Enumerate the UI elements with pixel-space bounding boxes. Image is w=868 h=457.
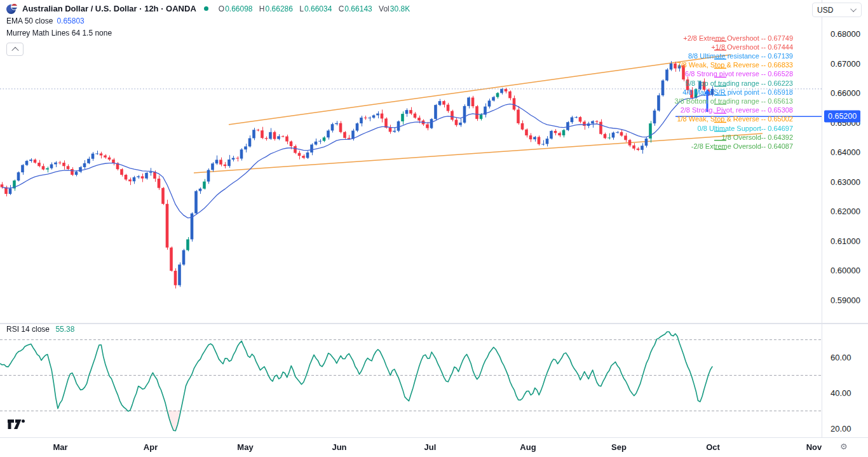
rsi-legend-value: 55.38 <box>55 325 74 334</box>
month-tick-label: Jul <box>424 442 437 452</box>
rsi-tick-label: 40.00 <box>831 388 851 398</box>
high-label: H <box>259 4 265 13</box>
rsi-legend-label: RSI 14 close <box>6 325 50 334</box>
murrey-level-label: 3/8 Bottom of trading range -- 0.65613 <box>674 97 793 105</box>
murrey-level-label: 1/8 Oversold-- 0.64392 <box>721 133 793 141</box>
volume-value: 30.8K <box>390 4 410 13</box>
murrey-level-label: 7/8 Weak, Stop & Reverse -- 0.66833 <box>677 61 793 69</box>
chevron-down-icon <box>850 6 857 12</box>
rsi-tick-label: 20.00 <box>831 424 851 433</box>
market-status-dot[interactable] <box>204 6 208 11</box>
murrey-legend-row[interactable]: Murrey Math Lines 64 1.5 none <box>6 27 410 39</box>
price-tick-label: 0.60000 <box>831 266 860 275</box>
close-value: 0.66143 <box>344 4 372 13</box>
price-tick-label: 0.68000 <box>831 29 860 39</box>
price-tick-label: 0.64000 <box>831 147 860 157</box>
murrey-level-label: +1/8 Overshoot -- 0.67444 <box>711 43 793 51</box>
volume-label: Vol <box>379 4 390 13</box>
collapse-legend-button[interactable] <box>6 43 24 56</box>
low-value: 0.66034 <box>304 4 332 13</box>
ema-legend-label: EMA 50 close <box>6 17 53 25</box>
month-tick-label: Aug <box>520 442 536 452</box>
murrey-level-label: +2/8 Extreme Overshoot -- 0.67749 <box>683 34 793 42</box>
month-tick-label: Jun <box>332 442 346 452</box>
low-label: L <box>299 4 304 13</box>
month-tick-label: May <box>237 442 253 452</box>
price-tick-label: 0.59000 <box>831 295 860 304</box>
currency-dropdown-value: USD <box>817 6 833 15</box>
time-axis[interactable]: MarAprMayJunJulAugSepOctNov <box>0 437 868 457</box>
open-label: O <box>219 4 224 13</box>
symbol-title: Australian Dollar / U.S. Dollar · 12h · … <box>22 4 196 13</box>
price-tick-label: 0.62000 <box>831 207 860 216</box>
pair-icon <box>6 3 18 15</box>
month-tick-label: Apr <box>144 442 158 452</box>
ema-legend-row[interactable]: EMA 50 close 0.65803 <box>6 15 410 27</box>
month-tick-label: Mar <box>53 442 67 452</box>
price-line-badge: 0.65200 <box>824 111 860 123</box>
currency-dropdown[interactable]: USD <box>812 3 862 17</box>
open-value: 0.66098 <box>225 4 252 13</box>
price-tick-label: 0.61000 <box>831 236 860 245</box>
pane-divider[interactable] <box>0 323 868 324</box>
murrey-level-label: -2/8 Extreme Oversold-- 0.64087 <box>691 142 793 150</box>
close-label: C <box>339 4 344 13</box>
month-tick-label: Nov <box>806 442 822 452</box>
rsi-tick-label: 60.00 <box>831 353 851 362</box>
murrey-level-label: 1/8 Weak, Stop & Reverse -- 0.65002 <box>677 115 793 123</box>
ema-legend-value: 0.65803 <box>57 17 84 25</box>
price-tick-label: 0.67000 <box>831 58 860 68</box>
murrey-level-label: 6/8 Strong pivot reverse -- 0.66528 <box>685 70 793 78</box>
price-tick-label: 0.66000 <box>831 88 860 98</box>
month-tick-label: Sep <box>611 442 627 452</box>
settings-gear-icon[interactable]: ⚙ <box>840 442 848 451</box>
murrey-level-label: 4/8 Major S/R pivot point -- 0.65918 <box>682 88 793 96</box>
murrey-level-label: 2/8 Strong, Pivot, reverse -- 0.65308 <box>681 106 793 114</box>
tradingview-logo[interactable] <box>7 419 26 430</box>
murrey-legend-label: Murrey Math Lines 64 1.5 none <box>6 29 112 38</box>
murrey-level-label: 5/8 Top of trading range -- 0.66223 <box>686 79 793 87</box>
murrey-level-label: 0/8 Ultimate Support-- 0.64697 <box>698 125 793 132</box>
legend-block: Australian Dollar / U.S. Dollar · 12h · … <box>6 3 410 56</box>
ohlc-values: O0.66098 H0.66286 L0.66034 C0.66143 Vol3… <box>214 4 410 13</box>
price-tick-label: 0.63000 <box>831 177 860 186</box>
chart-window: Australian Dollar / U.S. Dollar · 12h · … <box>0 0 868 457</box>
price-axis[interactable]: 0.680000.670000.660000.650000.640000.630… <box>822 0 868 437</box>
high-value: 0.66286 <box>266 4 293 13</box>
chevron-up-icon <box>11 46 18 53</box>
month-tick-label: Oct <box>706 442 720 452</box>
symbol-legend-row[interactable]: Australian Dollar / U.S. Dollar · 12h · … <box>6 3 410 15</box>
murrey-level-label: 8/8 Ultimate resistance -- 0.67139 <box>688 52 793 60</box>
rsi-legend-row[interactable]: RSI 14 close 55.38 <box>6 325 74 334</box>
